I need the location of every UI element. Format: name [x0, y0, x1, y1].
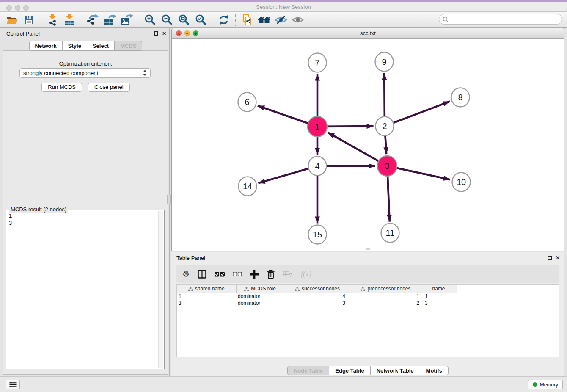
- import-network-icon[interactable]: [44, 13, 61, 27]
- export-table-icon[interactable]: [101, 13, 118, 27]
- mcds-panel-body: Optimization criterion: strongly connect…: [3, 50, 168, 375]
- graph-node-6[interactable]: 6: [238, 93, 256, 112]
- tab-mcds[interactable]: MCDS: [115, 41, 142, 51]
- tab-motifs[interactable]: Motifs: [420, 366, 449, 375]
- search-input[interactable]: [451, 16, 562, 22]
- svg-text:6: 6: [245, 97, 249, 107]
- import-table-icon[interactable]: [61, 13, 78, 27]
- tab-node-table[interactable]: Node Table: [287, 366, 329, 375]
- table-cell[interactable]: 1: [351, 293, 421, 300]
- svg-text:2: 2: [382, 121, 387, 131]
- zoom-in-icon[interactable]: [141, 13, 158, 27]
- mcds-result-line: 3: [9, 219, 157, 226]
- graph-node-4[interactable]: 4: [308, 157, 327, 176]
- svg-text:9: 9: [382, 57, 386, 66]
- column-header-predecessor-nodes[interactable]: predecessor nodes: [351, 285, 421, 293]
- tab-style[interactable]: Style: [63, 41, 87, 51]
- table-cell[interactable]: 3: [284, 300, 351, 306]
- memory-status-icon: [533, 382, 537, 387]
- table-cell[interactable]: 3: [177, 300, 236, 306]
- zoom-selected-icon[interactable]: [192, 13, 209, 27]
- tab-network[interactable]: Network: [29, 41, 63, 51]
- zoom-out-icon[interactable]: [158, 13, 175, 27]
- add-column-icon[interactable]: [250, 270, 259, 279]
- graph-edge-2-8[interactable]: [385, 101, 450, 126]
- node-table-area: shared name MCDS role successor nodes pr…: [176, 284, 559, 357]
- tree-icon: [295, 287, 300, 291]
- network-window-title: scc.txt: [172, 30, 564, 36]
- tab-network-table[interactable]: Network Table: [371, 366, 420, 375]
- graph-node-10[interactable]: 10: [452, 173, 471, 192]
- network-window-titlebar[interactable]: ✕ − + scc.txt: [172, 28, 564, 39]
- graph-node-8[interactable]: 8: [451, 88, 470, 107]
- tab-edge-table[interactable]: Edge Table: [329, 366, 370, 375]
- graph-node-3[interactable]: 3: [377, 156, 397, 176]
- tree-icon: [244, 287, 249, 291]
- mcds-result-group: MCDS result (2 nodes) 13: [6, 210, 165, 369]
- graph-node-9[interactable]: 9: [375, 52, 394, 72]
- homes-icon[interactable]: [256, 13, 272, 27]
- search-field[interactable]: [439, 14, 562, 25]
- tree-icon: [188, 287, 193, 291]
- control-panel-title: Control Panel: [6, 30, 40, 37]
- table-cell[interactable]: 4: [284, 293, 351, 300]
- gear-icon[interactable]: ⚙: [182, 270, 190, 279]
- table-cell[interactable]: 1: [177, 293, 236, 300]
- table-row[interactable]: 3dominator323: [177, 300, 457, 306]
- open-folder-icon[interactable]: [4, 13, 21, 27]
- table-cell[interactable]: dominator: [236, 293, 284, 300]
- result-scrollbar[interactable]: [158, 211, 163, 368]
- toolbar-separator: [212, 14, 212, 26]
- float-panel-icon[interactable]: [154, 31, 158, 36]
- graph-node-11[interactable]: 11: [381, 224, 399, 243]
- graph-node-15[interactable]: 15: [308, 225, 327, 244]
- delete-table-icon-disabled: [283, 271, 293, 277]
- deselect-checkboxes-icon[interactable]: [233, 272, 242, 276]
- export-image-icon[interactable]: [118, 13, 135, 27]
- search-icon: [443, 17, 449, 22]
- network-canvas[interactable]: 1234678910111415: [172, 39, 564, 251]
- table-toolbar: ⚙ f(x): [176, 265, 559, 283]
- svg-text:3: 3: [385, 161, 389, 171]
- table-cell[interactable]: dominator: [236, 300, 284, 306]
- tab-select[interactable]: Select: [87, 41, 115, 51]
- select-all-checkboxes-icon[interactable]: [215, 272, 225, 277]
- float-table-panel-icon[interactable]: [548, 256, 552, 260]
- trash-icon[interactable]: [267, 270, 275, 279]
- close-table-panel-icon[interactable]: ✕: [555, 255, 560, 260]
- network-graph: 1234678910111415: [172, 39, 564, 251]
- zoom-fit-icon[interactable]: [175, 13, 192, 27]
- column-header-mcds-role[interactable]: MCDS role: [236, 285, 284, 293]
- svg-text:15: 15: [313, 230, 322, 239]
- close-panel-icon[interactable]: ✕: [162, 31, 167, 36]
- graph-node-1[interactable]: 1: [308, 116, 327, 137]
- copy-network-icon[interactable]: [239, 13, 256, 27]
- memory-button[interactable]: Memory: [528, 380, 563, 389]
- graph-node-14[interactable]: 14: [239, 177, 257, 196]
- eye-slash-icon[interactable]: [272, 13, 289, 27]
- window-title: Session: New Session: [0, 4, 567, 10]
- save-icon[interactable]: [21, 13, 38, 27]
- table-panel-title: Table Panel: [176, 255, 205, 261]
- canvas-resize-grip[interactable]: [366, 248, 370, 250]
- table-row[interactable]: 1dominator411: [177, 293, 457, 300]
- task-history-button[interactable]: [6, 380, 20, 389]
- column-header-shared-name[interactable]: shared name: [177, 285, 236, 293]
- criterion-dropdown[interactable]: strongly connected component: [19, 68, 151, 78]
- run-mcds-button[interactable]: Run MCDS: [41, 83, 82, 92]
- graph-node-7[interactable]: 7: [308, 53, 327, 72]
- eye-icon[interactable]: [289, 13, 306, 27]
- column-header-name[interactable]: name: [421, 285, 457, 293]
- columns-icon[interactable]: [198, 270, 206, 279]
- table-cell[interactable]: 1: [421, 293, 457, 300]
- column-header-successor-nodes[interactable]: successor nodes: [284, 285, 351, 293]
- panel-splitter-grip[interactable]: [167, 195, 171, 204]
- refresh-icon[interactable]: [215, 13, 232, 27]
- table-cell[interactable]: 3: [421, 300, 457, 306]
- graph-node-2[interactable]: 2: [376, 117, 394, 136]
- table-panel: Table Panel ✕ ⚙: [171, 252, 564, 377]
- close-panel-button[interactable]: Close panel: [88, 83, 130, 92]
- table-cell[interactable]: 2: [351, 300, 421, 306]
- svg-text:1: 1: [315, 122, 319, 131]
- export-network-icon[interactable]: [84, 13, 101, 27]
